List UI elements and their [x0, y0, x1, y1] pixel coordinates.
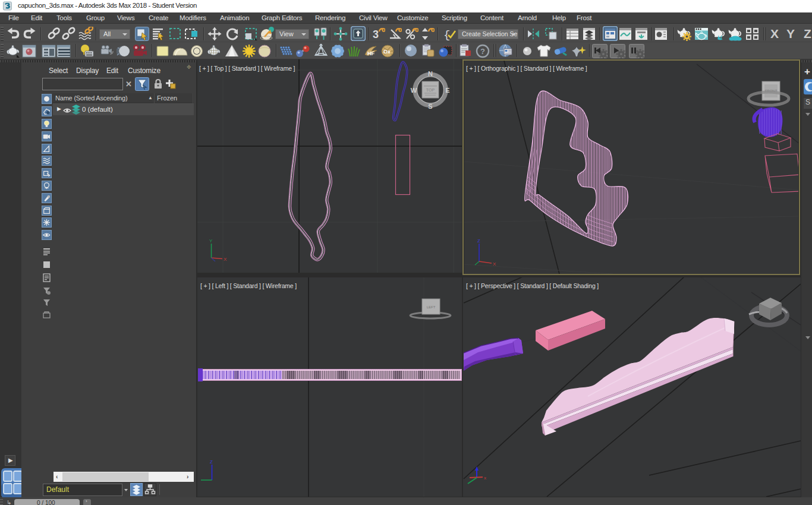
- svg-text:N: N: [428, 70, 433, 77]
- svg-text:{: {: [443, 29, 450, 41]
- svg-text:Z: Z: [210, 459, 213, 465]
- svg-text:W: W: [411, 87, 417, 94]
- svg-text:3: 3: [373, 29, 379, 40]
- svg-text:LEFT: LEFT: [427, 305, 436, 309]
- svg-text:x: x: [484, 475, 486, 481]
- svg-text:Ox: Ox: [383, 49, 391, 55]
- svg-text:X: X: [224, 257, 227, 262]
- svg-text:?: ?: [480, 47, 485, 56]
- svg-text:S: S: [428, 103, 432, 110]
- svg-text:X: X: [493, 261, 496, 267]
- svg-text:TOP: TOP: [426, 88, 435, 92]
- svg-text:4: 4: [719, 34, 722, 40]
- svg-text:E: E: [445, 87, 449, 94]
- svg-text:Z: Z: [477, 238, 480, 244]
- svg-text:HF: HF: [367, 50, 374, 56]
- svg-text:Y: Y: [209, 238, 213, 244]
